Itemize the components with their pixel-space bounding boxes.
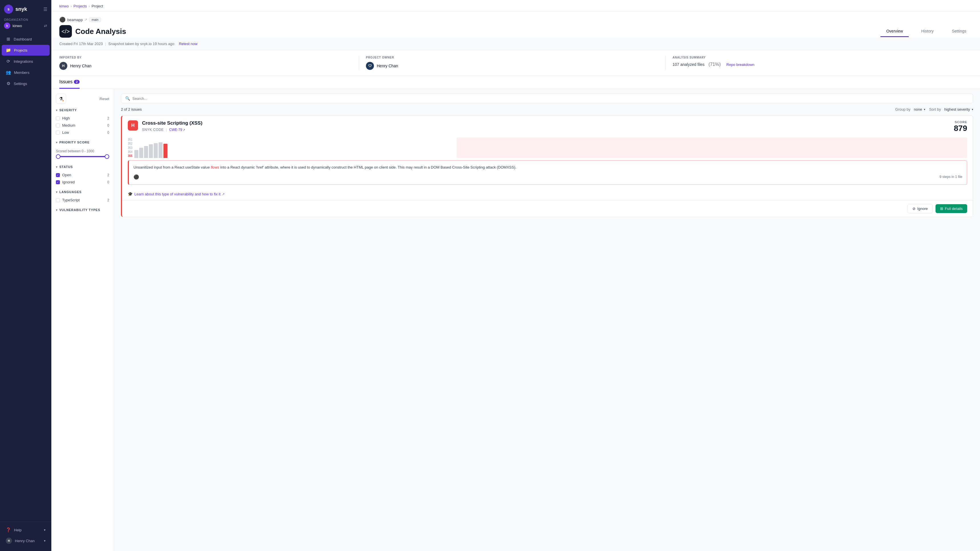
breadcrumb-org[interactable]: kinwo [59,4,69,8]
dashboard-icon: ⊞ [6,37,11,41]
learn-icon: 🎓 [128,192,133,196]
severity-medium-item[interactable]: Medium 0 [56,122,109,129]
sidebar-item-settings[interactable]: ⚙ Settings [2,78,49,89]
score-value: 879 [954,124,967,133]
full-details-button[interactable]: ⊞ Full details [935,204,967,213]
priority-score-header[interactable]: ▾ PRIORITY SCORE [56,140,109,144]
cwe-link[interactable]: CWE-79 ↗ [169,128,185,132]
sidebar-menu-icon[interactable]: ☰ [43,6,47,12]
sidebar-item-dashboard[interactable]: ⊞ Dashboard [2,33,49,45]
ignore-button[interactable]: ⊘ Ignore [908,204,933,213]
issue-desc-footer: ⚫ 9 steps in 1 file [134,174,963,181]
sort-by-prefix: Sort by [929,107,941,111]
slider-track [56,156,109,157]
slider-thumb-left[interactable] [56,154,60,159]
issue-learn-link[interactable]: 🎓 Learn about this type of vulnerability… [122,189,973,200]
code-analysis-icon: </> [59,25,72,38]
issue-description: Unsanitized input from a React useState … [128,160,967,185]
sidebar-footer: ❓ Help ▾ H Henry Chan ▾ [0,522,51,551]
help-label: Help [14,528,22,532]
issues-tab[interactable]: Issues 2 [59,76,80,89]
sidebar-item-label: Dashboard [14,37,32,41]
severity-low-count: 0 [107,131,109,135]
sidebar-item-members[interactable]: 👥 Members [2,67,49,78]
status-ignored-checkbox[interactable]: ✓ [56,180,60,184]
severity-high-item[interactable]: High 2 [56,115,109,122]
search-icon: 🔍 [125,96,130,101]
org-switch-icon[interactable]: ⇄ [44,24,47,28]
status-open-label: Open [62,173,71,177]
status-header[interactable]: ▾ STATUS [56,165,109,169]
stats-row: IMPORTED BY H Henry Chan PROJECT OWNER 🛡… [51,50,980,76]
slider-fill [56,156,109,157]
ignore-label: Ignore [917,207,928,211]
breadcrumb-current: Project [92,4,103,8]
severity-low-checkbox[interactable] [56,131,60,135]
status-open-checkbox[interactable]: ✓ [56,173,60,177]
learn-external-icon: ↗ [222,193,224,196]
tab-settings[interactable]: Settings [946,26,972,37]
breadcrumb-projects[interactable]: Projects [73,4,87,8]
breadcrumb-sep2: › [89,4,90,8]
org-row: k kinwo ⇄ [4,22,47,29]
snapshot-text: Snapshot taken by snyk.io 19 hours ago [108,41,174,46]
filter-reset-btn[interactable]: Reset [100,97,109,101]
status-open-item[interactable]: ✓ Open 2 [56,171,109,178]
snyk-logo-icon: s [4,5,13,14]
imported-by-block: IMPORTED BY H Henry Chan [59,56,359,70]
language-typescript-checkbox[interactable] [56,198,60,202]
breadcrumb: kinwo › Projects › Project [51,0,980,11]
sidebar-item-label: Settings [14,81,27,86]
chart-label-2: 354 [128,150,133,153]
group-by-button[interactable]: Group by none ▾ [895,107,925,111]
retest-link[interactable]: Retest now [179,41,197,46]
issue-score: SCORE 879 [954,120,967,133]
user-item[interactable]: H Henry Chan ▾ [2,535,49,546]
sidebar-item-projects[interactable]: 📁 Projects [2,45,49,56]
ignore-icon: ⊘ [912,207,916,211]
language-typescript-count: 2 [107,198,109,202]
sidebar-nav: ⊞ Dashboard 📁 Projects ⟳ Integrations 👥 … [0,32,51,522]
issues-count: 2 of 2 issues [121,107,142,111]
status-ignored-item[interactable]: ✓ Ignored 0 [56,178,109,186]
languages-header[interactable]: ▾ LANGUAGES [56,190,109,194]
created-date: Created Fri 17th Mar 2023 [59,41,103,46]
repo-name[interactable]: beamapp [67,18,83,22]
sort-by-button[interactable]: Sort by highest severity ▾ [929,107,973,111]
vuln-types-header[interactable]: ▾ VULNERABILITY TYPES [56,208,109,212]
issues-tab-label: Issues [59,79,72,84]
group-by-value: none [914,107,922,111]
priority-score-label: PRIORITY SCORE [59,140,89,144]
issue-severity-badge: H [128,120,138,131]
issue-title: Cross-site Scripting (XSS) [142,120,950,126]
project-owner-label: PROJECT OWNER [366,56,659,59]
severity-low-item[interactable]: Low 0 [56,129,109,136]
user-avatar: H [6,538,12,544]
search-input[interactable] [132,96,969,101]
imported-by-label: IMPORTED BY [59,56,352,59]
tab-history[interactable]: History [916,26,940,37]
desc-text-after: into a React dynamic 'href' attribute, w… [220,165,517,169]
project-title-left: </> Code Analysis [59,25,126,38]
repo-breakdown-link[interactable]: Repo breakdown [727,62,754,67]
slider-thumb-right[interactable] [105,154,109,159]
sort-by-value: highest severity [944,107,970,111]
filter-panel: ⚗ Reset ▾ SEVERITY High 2 Medium [51,89,114,551]
severity-medium-checkbox[interactable] [56,124,60,127]
github-icon: ⚫ [134,174,139,181]
severity-filter-section: ▾ SEVERITY High 2 Medium 0 Low 0 [56,108,109,136]
external-link-icon[interactable]: ↗ [84,18,87,22]
project-title-row: </> Code Analysis Overview History Setti… [59,25,972,38]
issues-tab-badge: 2 [74,80,80,84]
help-item[interactable]: ❓ Help ▾ [2,525,49,535]
tab-overview[interactable]: Overview [880,26,908,37]
severity-header[interactable]: ▾ SEVERITY [56,108,109,112]
vuln-types-section: ▾ VULNERABILITY TYPES [56,208,109,212]
chart-label-3: 353 [128,146,133,150]
chart-bar-highlighted [164,144,167,158]
project-owner-avatar: 🛡 [366,62,374,70]
sidebar-item-integrations[interactable]: ⟳ Integrations [2,56,49,67]
filter-icon-button[interactable]: ⚗ [56,94,66,104]
severity-high-checkbox[interactable] [56,116,60,120]
language-typescript-item[interactable]: TypeScript 2 [56,196,109,204]
